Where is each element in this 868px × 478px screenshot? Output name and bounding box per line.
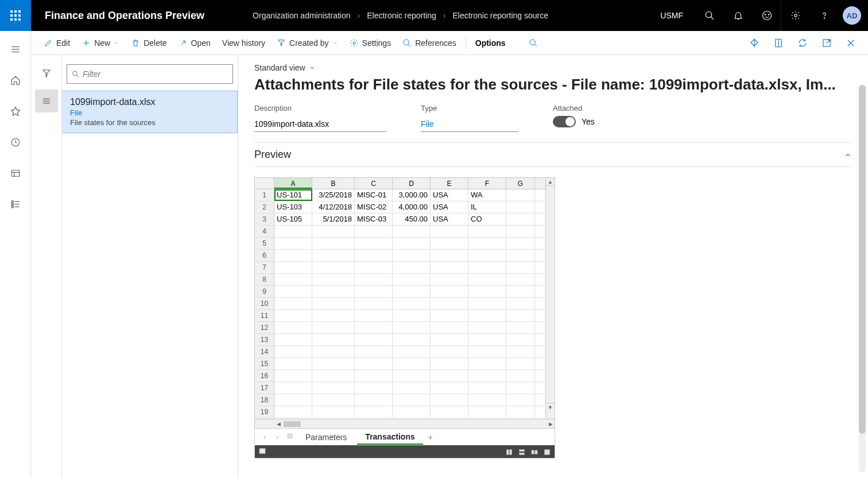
cell[interactable] [431, 238, 468, 249]
cell[interactable] [506, 346, 535, 357]
row-number[interactable]: 10 [255, 298, 274, 310]
cell[interactable] [468, 322, 506, 333]
cell[interactable] [431, 286, 468, 297]
cell[interactable] [506, 298, 535, 309]
cell[interactable] [274, 238, 312, 249]
cell[interactable] [393, 358, 431, 370]
hamburger-icon[interactable] [4, 39, 27, 60]
new-button[interactable]: New [76, 36, 125, 50]
status-icon[interactable] [505, 448, 513, 456]
add-sheet-icon[interactable]: + [425, 433, 436, 442]
cell[interactable]: CO [468, 213, 506, 225]
cell[interactable] [274, 262, 312, 273]
cell[interactable]: IL [468, 201, 506, 213]
cell[interactable] [355, 322, 393, 333]
popout-icon[interactable] [816, 33, 837, 53]
search-action-icon[interactable] [523, 36, 544, 50]
cell[interactable] [431, 262, 468, 273]
cell[interactable] [312, 262, 355, 273]
cell[interactable]: US-105 [274, 213, 312, 225]
sheet-tab-parameters[interactable]: Parameters [297, 430, 355, 444]
list-item[interactable]: 1099import-data.xlsx File File states fo… [62, 91, 238, 133]
cell[interactable] [468, 310, 506, 321]
row-number[interactable]: 5 [255, 238, 274, 250]
cell[interactable] [468, 250, 506, 261]
cell[interactable] [312, 406, 355, 418]
row-number[interactable]: 18 [255, 394, 274, 406]
column-header[interactable]: D [393, 178, 431, 189]
cell[interactable] [274, 298, 312, 309]
row-number[interactable]: 6 [255, 250, 274, 262]
cell[interactable] [393, 382, 431, 394]
app-launcher[interactable] [0, 0, 31, 31]
cell[interactable] [431, 334, 468, 345]
cell[interactable] [506, 358, 535, 370]
cell[interactable]: MISC-02 [355, 201, 393, 213]
column-header[interactable]: C [355, 178, 393, 189]
cell[interactable] [312, 250, 355, 261]
filter-input-wrap[interactable] [67, 64, 233, 84]
cell[interactable] [431, 382, 468, 394]
cell[interactable]: WA [468, 189, 506, 201]
cell[interactable]: 3/25/2018 [312, 189, 355, 201]
cell[interactable] [355, 394, 393, 406]
row-number[interactable]: 19 [255, 406, 274, 418]
cell[interactable] [355, 238, 393, 249]
cell[interactable]: USA [431, 201, 468, 213]
horizontal-scrollbar[interactable]: ◀ ▶ [255, 419, 555, 428]
cell[interactable] [506, 310, 535, 321]
cell[interactable] [506, 382, 535, 394]
clock-icon[interactable] [4, 132, 27, 153]
cell[interactable] [274, 286, 312, 297]
cell[interactable] [431, 298, 468, 309]
home-icon[interactable] [4, 70, 27, 91]
cell[interactable] [312, 394, 355, 406]
settings-button[interactable]: Settings [344, 36, 397, 50]
cell[interactable] [355, 358, 393, 370]
cell[interactable] [274, 370, 312, 382]
cell[interactable] [468, 406, 506, 418]
cell[interactable] [274, 334, 312, 345]
cell[interactable] [468, 238, 506, 249]
cell[interactable] [274, 346, 312, 357]
scroll-left-icon[interactable]: ◀ [274, 421, 282, 427]
cell[interactable] [393, 250, 431, 261]
cell[interactable]: MISC-03 [355, 213, 393, 225]
cell[interactable]: USA [431, 189, 468, 201]
cell[interactable] [274, 250, 312, 261]
cell[interactable] [312, 358, 355, 370]
cell[interactable] [312, 226, 355, 237]
created-by-button[interactable]: Created by [271, 36, 343, 50]
cell[interactable] [468, 346, 506, 357]
view-history-button[interactable]: View history [216, 36, 271, 50]
cell[interactable] [355, 346, 393, 357]
options-button[interactable]: Options [470, 36, 512, 50]
row-number[interactable]: 13 [255, 334, 274, 346]
filter-pane-icon[interactable] [35, 62, 58, 85]
cell[interactable] [506, 238, 535, 249]
row-number[interactable]: 7 [255, 262, 274, 274]
cell[interactable] [312, 322, 355, 333]
row-number[interactable]: 17 [255, 382, 274, 394]
cell[interactable] [312, 382, 355, 394]
cell[interactable] [506, 370, 535, 382]
cell[interactable]: 450.00 [393, 213, 431, 225]
cell[interactable]: 4,000.00 [393, 201, 431, 213]
cell[interactable] [468, 334, 506, 345]
cell[interactable] [393, 274, 431, 285]
cell[interactable] [274, 358, 312, 370]
cell[interactable] [274, 382, 312, 394]
status-icon[interactable] [518, 448, 526, 456]
tab-prev-icon[interactable]: ‹ [259, 433, 270, 441]
cell[interactable] [431, 370, 468, 382]
cell[interactable] [355, 370, 393, 382]
vertical-scrollbar[interactable]: ▲ ▼ [545, 178, 555, 419]
cell[interactable]: US-103 [274, 201, 312, 213]
cell[interactable] [355, 262, 393, 273]
cell[interactable] [355, 310, 393, 321]
smiley-icon[interactable] [752, 0, 781, 31]
cell[interactable] [393, 238, 431, 249]
description-field[interactable] [254, 116, 386, 132]
column-header[interactable]: F [468, 178, 506, 189]
cell[interactable] [431, 250, 468, 261]
